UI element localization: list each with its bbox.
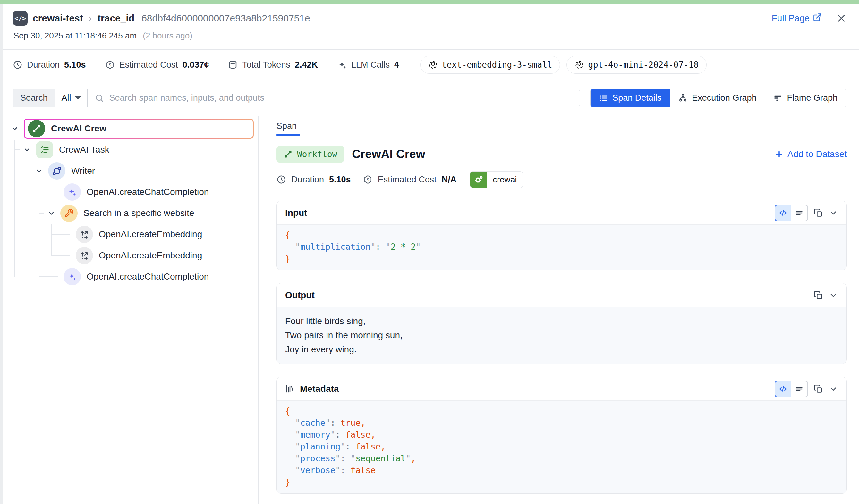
text-view-button[interactable] [791,204,808,221]
chevron-down-icon[interactable] [21,140,33,160]
stat-estimated-cost: $Estimated Cost0.037¢ [105,60,209,70]
crewai-logo-icon [470,171,487,187]
output-line: Two pairs in the morning sun, [285,328,838,342]
search-input[interactable] [109,93,573,103]
chevron-down-icon[interactable] [46,203,57,223]
tree-row-openai-createchatcompletion[interactable]: OpenAI.createChatCompletion [0,182,258,202]
search-toolbar: Search All Span DetailsExecution GraphFl… [0,80,859,116]
output-title: Output [285,290,315,301]
input-json: { "multiplication": "2 * 2" } [277,225,846,270]
span-title: CrewAI Crew [352,148,425,161]
view-execution-graph[interactable]: Execution Graph [670,89,765,107]
tree-row-crewai-task[interactable]: CrewAI Task [0,140,258,160]
search-icon [95,93,104,103]
tree-row-crewai-crew[interactable]: CrewAI Crew [0,119,258,138]
text-view-button[interactable] [791,381,808,397]
cost-icon: $ [363,175,373,184]
tool-icon [60,204,78,222]
cost-icon: $ [105,60,115,70]
input-title: Input [285,208,307,218]
clock-icon [276,175,286,184]
collapse-chevron-icon[interactable] [829,290,838,300]
model-badge-gpt-4o-mini-2024-07-18[interactable]: gpt-4o-mini-2024-07-18 [567,56,706,74]
search-scope-value: All [62,93,71,103]
llm-icon [63,183,81,201]
trace-id-value[interactable]: 68dbf4d6000000007e93a8b21590751e [141,13,310,24]
embedding-icon [76,247,93,264]
model-badge-text-embedding-3-small[interactable]: text-embedding-3-small [420,56,560,74]
execution-graph-icon [678,94,688,103]
tree-row-writer[interactable]: Writer [0,161,258,181]
tree-row-openai-createchatcompletion[interactable]: OpenAI.createChatCompletion [0,267,258,287]
collapse-chevron-icon[interactable] [829,208,838,218]
view-switcher: Span DetailsExecution GraphFlame Graph [590,89,846,107]
integration-name: crewai [487,171,523,187]
trace-relative-time: (2 hours ago) [143,31,193,41]
tree-row-label: CrewAI Crew [51,123,106,134]
search-control: Search All [13,89,580,107]
metadata-json: { "cache": true, "memory": false, "plann… [277,401,846,493]
tree-row-label: CrewAI Task [59,144,109,155]
cost-label: Estimated Cost [378,175,437,185]
integration-badge[interactable]: crewai [470,171,523,188]
code-view-button[interactable] [775,204,791,221]
chevron-down-icon[interactable] [33,161,45,181]
detail-tabstrip: Span [258,116,859,136]
copy-icon[interactable] [814,384,823,393]
tree-row-label: OpenAI.createChatCompletion [87,272,209,282]
external-link-icon [813,13,822,24]
model-badges: text-embedding-3-smallgpt-4o-mini-2024-0… [420,56,707,74]
output-section: Output Four little birds sing,Two pairs … [276,283,847,364]
metadata-section: Metadata [276,377,847,494]
collapse-chevron-icon[interactable] [829,384,838,394]
full-page-link[interactable]: Full Page [772,13,822,24]
svg-text:$: $ [367,177,369,182]
stat-llm-calls: LLM Calls4 [337,60,399,70]
tab-span[interactable]: Span [276,116,297,136]
stat-total-tokens: Total Tokens2.42K [228,60,318,70]
page-edge [0,4,3,504]
search-scope-select[interactable]: All [55,89,88,107]
cost-value: N/A [442,175,457,185]
trace-header: </> crewai-test › trace_id 68dbf4d600000… [0,4,859,50]
task-icon [36,141,53,158]
full-page-label: Full Page [772,13,810,24]
tree-row-search-in-a-specific-website[interactable]: Search in a specific website [0,203,258,223]
copy-icon[interactable] [814,209,823,217]
chevron-down-icon[interactable] [9,119,20,138]
breadcrumb-separator: › [88,13,92,24]
tree-row-label: Writer [71,166,95,176]
llm-icon [63,268,81,285]
output-line: Four little birds sing, [285,314,838,328]
view-format-toggle [775,381,808,397]
duration-value: 5.10s [329,175,351,185]
tab-active-underline [276,134,300,136]
span-kind-badge: Workflow [276,146,344,163]
output-line: Joy in every wing. [285,342,838,356]
tree-row-label: OpenAI.createEmbedding [99,229,202,240]
close-icon[interactable] [836,13,847,24]
embedding-icon [76,226,93,243]
add-to-dataset-button[interactable]: Add to Dataset [775,149,847,159]
stat-duration: Duration5.10s [13,60,86,70]
metadata-title: Metadata [300,384,339,394]
span-detail-panel: Span Workflow CrewAI Crew Add to Dataset [258,116,859,504]
span-tree: CrewAI CrewCrewAI TaskWriterOpenAI.creat… [0,116,258,504]
openai-icon [428,60,438,70]
tree-row-openai-createembedding[interactable]: OpenAI.createEmbedding [0,246,258,265]
tokens-icon [228,60,238,70]
view-span-details[interactable]: Span Details [590,89,670,107]
chevron-down-icon [75,96,81,100]
span-kind-label: Workflow [297,149,337,159]
view-flame-graph[interactable]: Flame Graph [765,89,846,107]
copy-icon[interactable] [814,291,823,300]
view-format-toggle [775,204,808,221]
list-icon [599,94,608,103]
input-section: Input [276,201,847,270]
tree-row-openai-createembedding[interactable]: OpenAI.createEmbedding [0,225,258,244]
flame-graph-icon [773,94,782,103]
code-view-button[interactable] [775,381,791,397]
breadcrumb-project[interactable]: crewai-test [33,13,83,24]
selected-row-ring: CrewAI Crew [24,119,254,138]
plus-icon [775,150,784,159]
